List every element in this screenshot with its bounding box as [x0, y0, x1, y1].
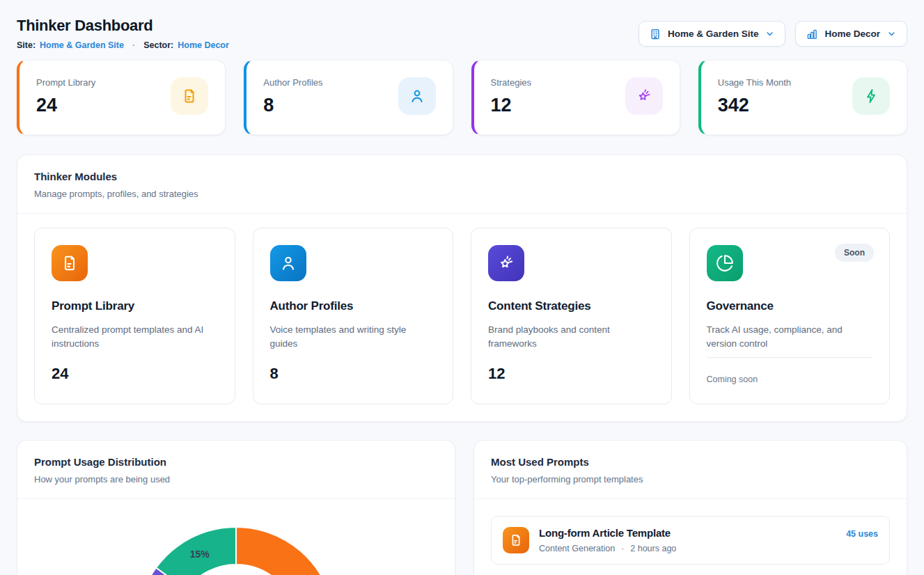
prompts-card-title: Most Used Prompts	[491, 456, 890, 468]
chevron-down-icon	[765, 29, 775, 39]
stat-text: Strategies 12	[491, 77, 532, 118]
module-card-prompt-library[interactable]: Prompt Library Centralized prompt templa…	[34, 228, 235, 404]
header-selectors: Home & Garden Site Home Decor	[639, 17, 907, 47]
module-title: Content Strategies	[488, 299, 655, 313]
prompt-item-texts: Long-form Article Template Content Gener…	[539, 527, 676, 553]
module-description: Track AI usage, compliance, and version …	[707, 323, 873, 352]
thinker-modules-section: Thinker Modules Manage prompts, profiles…	[17, 155, 907, 422]
prompts-card-subtitle: Your top-performing prompt templates	[491, 474, 890, 485]
module-description: Centralized prompt templates and AI inst…	[52, 323, 218, 352]
prompts-card-header: Most Used Prompts Your top-performing pr…	[474, 441, 907, 498]
header-left: Thinker Dashboard Site: Home & Garden Si…	[17, 17, 229, 50]
dot-separator: ·	[132, 40, 135, 50]
module-card-author-profiles[interactable]: Author Profiles Voice templates and writ…	[253, 228, 454, 404]
modules-title: Thinker Modules	[34, 171, 890, 182]
module-card-governance[interactable]: Soon Governance Track AI usage, complian…	[689, 228, 891, 404]
document-icon	[171, 77, 208, 115]
stat-value: 24	[36, 95, 95, 116]
coming-soon-text: Coming soon	[707, 375, 758, 384]
usage-card-subtitle: How your prompts are being used	[34, 474, 438, 485]
divider	[707, 357, 873, 358]
soon-badge: Soon	[835, 244, 874, 262]
module-title: Governance	[707, 299, 873, 313]
stat-label: Usage This Month	[718, 77, 791, 88]
prompt-item-meta: Content Generation · 2 hours ago	[539, 544, 676, 553]
stat-card-strategies: Strategies 12	[471, 60, 680, 135]
prompt-list: Long-form Article Template Content Gener…	[474, 499, 907, 575]
module-title: Prompt Library	[52, 299, 218, 313]
usage-donut-chart: 15%	[135, 525, 337, 575]
stats-row: Prompt Library 24 Author Profiles 8 Stra…	[17, 60, 907, 135]
module-count: 12	[488, 365, 505, 383]
stat-text: Author Profiles 8	[263, 77, 322, 118]
module-count: 8	[270, 365, 279, 383]
list-item-prompt[interactable]: Long-form Article Template Content Gener…	[491, 516, 890, 565]
stat-label: Prompt Library	[36, 77, 95, 88]
user-icon	[398, 77, 436, 115]
most-used-prompts-card: Most Used Prompts Your top-performing pr…	[473, 440, 907, 575]
donut-chart-area: 15%	[17, 499, 455, 575]
donut-segment[interactable]	[236, 527, 335, 575]
prompt-item-category: Content Generation	[539, 544, 615, 553]
stat-label: Strategies	[491, 77, 532, 88]
sector-selector-dropdown[interactable]: Home Decor	[795, 21, 907, 47]
module-card-content-strategies[interactable]: Content Strategies Brand playbooks and c…	[471, 228, 672, 404]
user-icon	[270, 245, 306, 281]
prompt-item-title: Long-form Article Template	[539, 527, 676, 539]
chevron-down-icon	[886, 29, 897, 39]
document-icon	[52, 245, 88, 281]
usage-card-title: Prompt Usage Distribution	[34, 456, 438, 468]
site-selector-dropdown[interactable]: Home & Garden Site	[639, 21, 786, 47]
pie-chart-icon	[707, 245, 743, 281]
module-count: 24	[52, 365, 68, 383]
stat-card-usage: Usage This Month 342	[698, 60, 907, 135]
stat-text: Usage This Month 342	[718, 77, 791, 118]
stat-label: Author Profiles	[263, 77, 322, 88]
site-label: Site:	[17, 40, 36, 50]
page-title: Thinker Dashboard	[17, 17, 229, 35]
bar-chart-icon	[806, 28, 818, 40]
stat-text: Prompt Library 24	[36, 77, 95, 118]
donut-segment-label: 15%	[190, 549, 210, 560]
sector-selector-label: Home Decor	[824, 29, 880, 39]
dot-separator: ·	[621, 544, 624, 553]
module-title: Author Profiles	[270, 299, 437, 313]
stat-card-prompt-library: Prompt Library 24	[17, 60, 226, 135]
usage-card-header: Prompt Usage Distribution How your promp…	[17, 441, 455, 498]
stat-value: 342	[718, 95, 791, 116]
sector-link[interactable]: Home Decor	[178, 40, 229, 50]
sparkle-star-icon	[625, 77, 663, 115]
bottom-row: Prompt Usage Distribution How your promp…	[17, 440, 907, 575]
stat-value: 8	[263, 95, 322, 116]
site-link[interactable]: Home & Garden Site	[40, 40, 124, 50]
building-icon	[649, 28, 661, 40]
module-description: Voice templates and writing style guides	[270, 323, 437, 352]
modules-subtitle: Manage prompts, profiles, and strategies	[34, 189, 890, 199]
stat-value: 12	[491, 95, 532, 116]
prompt-item-time: 2 hours ago	[630, 544, 676, 553]
header: Thinker Dashboard Site: Home & Garden Si…	[17, 17, 907, 50]
modules-header: Thinker Modules Manage prompts, profiles…	[17, 155, 907, 213]
module-description: Brand playbooks and content frameworks	[488, 323, 655, 352]
breadcrumb: Site: Home & Garden Site · Sector: Home …	[17, 40, 229, 50]
sector-label: Sector:	[143, 40, 173, 50]
lightning-icon	[852, 77, 890, 115]
modules-grid: Prompt Library Centralized prompt templa…	[17, 214, 907, 421]
prompt-usage-distribution-card: Prompt Usage Distribution How your promp…	[17, 440, 455, 575]
stat-card-author-profiles: Author Profiles 8	[244, 60, 453, 135]
prompt-item-uses: 45 uses	[846, 527, 878, 539]
document-icon	[503, 527, 529, 553]
sparkle-star-icon	[488, 245, 524, 281]
site-selector-label: Home & Garden Site	[668, 29, 759, 39]
dashboard-page: Thinker Dashboard Site: Home & Garden Si…	[0, 0, 924, 575]
